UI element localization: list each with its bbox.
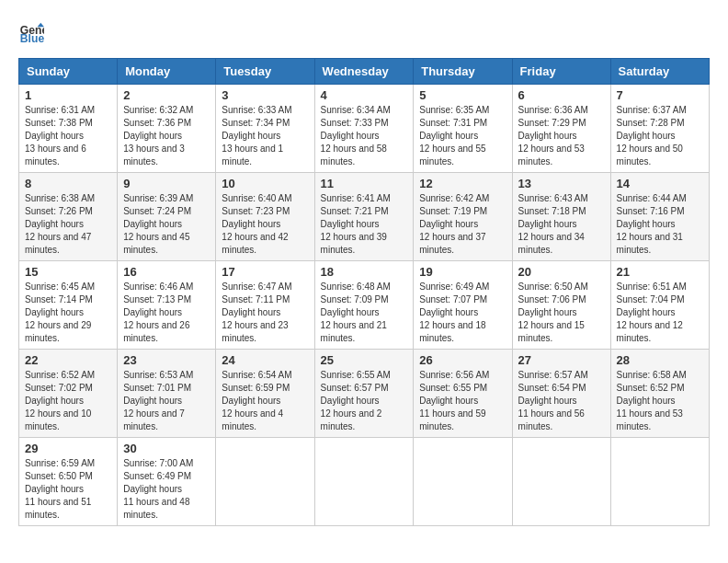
day-info: Sunrise: 6:49 AM Sunset: 7:07 PM Dayligh… — [419, 281, 506, 345]
day-number: 29 — [25, 442, 111, 455]
calendar-cell: 11 Sunrise: 6:41 AM Sunset: 7:21 PM Dayl… — [314, 173, 414, 261]
daylight-label: Daylight hours — [419, 219, 478, 229]
day-info: Sunrise: 7:00 AM Sunset: 6:49 PM Dayligh… — [123, 457, 210, 522]
sunset-label: Sunset: 7:09 PM — [321, 294, 389, 304]
daylight-value: 12 hours and 31 minutes. — [617, 232, 683, 255]
day-info: Sunrise: 6:37 AM Sunset: 7:28 PM Dayligh… — [617, 104, 703, 168]
sunrise-label: Sunrise: 6:46 AM — [123, 282, 193, 292]
calendar-cell: 17 Sunrise: 6:47 AM Sunset: 7:11 PM Dayl… — [216, 261, 314, 350]
sunrise-label: Sunrise: 6:36 AM — [518, 105, 588, 115]
sunset-label: Sunset: 7:06 PM — [518, 294, 586, 304]
daylight-value: 13 hours and 1 minute. — [222, 144, 283, 167]
daylight-label: Daylight hours — [617, 307, 676, 317]
daylight-value: 12 hours and 29 minutes. — [25, 320, 91, 343]
daylight-value: 12 hours and 2 minutes. — [321, 408, 382, 431]
sunset-label: Sunset: 7:02 PM — [25, 383, 93, 393]
sunrise-label: Sunrise: 6:38 AM — [25, 193, 95, 203]
daylight-value: 12 hours and 21 minutes. — [321, 320, 387, 343]
daylight-value: 12 hours and 12 minutes. — [617, 320, 683, 343]
sunrise-label: Sunrise: 6:54 AM — [222, 370, 291, 380]
daylight-label: Daylight hours — [123, 219, 182, 229]
day-info: Sunrise: 6:32 AM Sunset: 7:36 PM Dayligh… — [123, 104, 210, 168]
sunset-label: Sunset: 7:29 PM — [518, 118, 586, 128]
day-number: 18 — [321, 265, 408, 279]
sunrise-label: Sunrise: 6:53 AM — [123, 370, 193, 380]
day-number: 13 — [518, 177, 605, 190]
daylight-label: Daylight hours — [617, 219, 676, 229]
daylight-value: 12 hours and 47 minutes. — [25, 232, 91, 255]
calendar-cell: 28 Sunrise: 6:58 AM Sunset: 6:52 PM Dayl… — [610, 350, 709, 438]
logo: General Blue — [18, 18, 48, 44]
calendar-cell — [216, 438, 314, 526]
sunset-label: Sunset: 6:59 PM — [222, 383, 290, 393]
day-info: Sunrise: 6:58 AM Sunset: 6:52 PM Dayligh… — [617, 369, 703, 433]
weekday-header-saturday: Saturday — [610, 59, 709, 85]
calendar-week-4: 22 Sunrise: 6:52 AM Sunset: 7:02 PM Dayl… — [19, 350, 710, 438]
sunrise-label: Sunrise: 6:37 AM — [617, 105, 687, 115]
calendar-cell: 24 Sunrise: 6:54 AM Sunset: 6:59 PM Dayl… — [216, 350, 314, 438]
sunset-label: Sunset: 6:52 PM — [617, 383, 685, 393]
day-number: 1 — [25, 88, 111, 102]
day-number: 12 — [419, 177, 506, 190]
calendar-cell: 3 Sunrise: 6:33 AM Sunset: 7:34 PM Dayli… — [216, 85, 314, 173]
sunset-label: Sunset: 6:55 PM — [419, 383, 487, 393]
daylight-label: Daylight hours — [617, 131, 676, 141]
day-info: Sunrise: 6:42 AM Sunset: 7:19 PM Dayligh… — [419, 192, 506, 257]
sunset-label: Sunset: 7:31 PM — [419, 118, 487, 128]
day-info: Sunrise: 6:51 AM Sunset: 7:04 PM Dayligh… — [617, 281, 703, 345]
daylight-label: Daylight hours — [419, 396, 478, 406]
weekday-header-thursday: Thursday — [414, 59, 512, 85]
daylight-label: Daylight hours — [222, 396, 280, 406]
sunrise-label: Sunrise: 6:56 AM — [419, 370, 489, 380]
daylight-value: 12 hours and 26 minutes. — [123, 320, 189, 343]
sunset-label: Sunset: 6:49 PM — [123, 471, 191, 481]
sunrise-label: Sunrise: 7:00 AM — [123, 458, 193, 468]
day-info: Sunrise: 6:43 AM Sunset: 7:18 PM Dayligh… — [518, 192, 605, 257]
sunrise-label: Sunrise: 6:57 AM — [518, 370, 588, 380]
weekday-header-tuesday: Tuesday — [216, 59, 314, 85]
daylight-label: Daylight hours — [321, 219, 380, 229]
day-number: 15 — [25, 265, 111, 279]
sunrise-label: Sunrise: 6:42 AM — [419, 193, 489, 203]
daylight-value: 12 hours and 23 minutes. — [222, 320, 288, 343]
day-info: Sunrise: 6:39 AM Sunset: 7:24 PM Dayligh… — [123, 192, 210, 257]
day-number: 2 — [123, 88, 210, 102]
daylight-value: 12 hours and 58 minutes. — [321, 144, 387, 167]
weekday-header-friday: Friday — [512, 59, 610, 85]
daylight-label: Daylight hours — [518, 307, 577, 317]
sunset-label: Sunset: 7:14 PM — [25, 294, 93, 304]
day-number: 27 — [518, 353, 605, 367]
daylight-label: Daylight hours — [123, 131, 182, 141]
calendar-cell — [610, 438, 709, 526]
day-info: Sunrise: 6:48 AM Sunset: 7:09 PM Dayligh… — [321, 281, 408, 345]
calendar-cell: 15 Sunrise: 6:45 AM Sunset: 7:14 PM Dayl… — [19, 261, 118, 350]
calendar-cell: 5 Sunrise: 6:35 AM Sunset: 7:31 PM Dayli… — [414, 85, 512, 173]
day-number: 23 — [123, 353, 210, 367]
day-info: Sunrise: 6:44 AM Sunset: 7:16 PM Dayligh… — [617, 192, 703, 257]
svg-text:Blue: Blue — [20, 32, 44, 44]
daylight-value: 13 hours and 3 minutes. — [123, 144, 185, 167]
calendar-cell: 27 Sunrise: 6:57 AM Sunset: 6:54 PM Dayl… — [512, 350, 610, 438]
day-number: 25 — [321, 353, 408, 367]
sunrise-label: Sunrise: 6:39 AM — [123, 193, 193, 203]
day-info: Sunrise: 6:54 AM Sunset: 6:59 PM Dayligh… — [222, 369, 308, 433]
calendar-cell: 8 Sunrise: 6:38 AM Sunset: 7:26 PM Dayli… — [19, 173, 118, 261]
day-info: Sunrise: 6:34 AM Sunset: 7:33 PM Dayligh… — [321, 104, 408, 168]
day-info: Sunrise: 6:56 AM Sunset: 6:55 PM Dayligh… — [419, 369, 506, 433]
sunrise-label: Sunrise: 6:58 AM — [617, 370, 687, 380]
daylight-label: Daylight hours — [25, 219, 84, 229]
daylight-value: 11 hours and 48 minutes. — [123, 497, 189, 520]
calendar-cell: 29 Sunrise: 6:59 AM Sunset: 6:50 PM Dayl… — [19, 438, 118, 526]
day-number: 6 — [518, 88, 605, 102]
day-number: 28 — [617, 353, 703, 367]
daylight-label: Daylight hours — [25, 396, 84, 406]
sunrise-label: Sunrise: 6:50 AM — [518, 282, 588, 292]
calendar-cell: 30 Sunrise: 7:00 AM Sunset: 6:49 PM Dayl… — [118, 438, 216, 526]
sunset-label: Sunset: 7:33 PM — [321, 118, 389, 128]
sunrise-label: Sunrise: 6:34 AM — [321, 105, 391, 115]
day-number: 5 — [419, 88, 506, 102]
day-number: 10 — [222, 177, 308, 190]
daylight-value: 12 hours and 37 minutes. — [419, 232, 485, 255]
day-info: Sunrise: 6:59 AM Sunset: 6:50 PM Dayligh… — [25, 457, 111, 522]
calendar-cell: 4 Sunrise: 6:34 AM Sunset: 7:33 PM Dayli… — [314, 85, 414, 173]
